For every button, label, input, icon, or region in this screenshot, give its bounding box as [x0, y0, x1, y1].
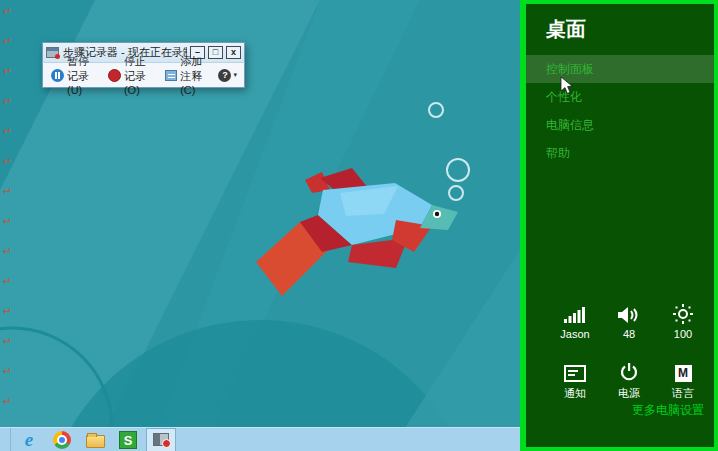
panel-items: 控制面板 个性化 电脑信息 帮助 — [526, 55, 714, 167]
power-tile[interactable]: 电源 — [602, 358, 656, 401]
taskbar-separator — [10, 428, 11, 451]
stop-record-button[interactable]: 停止记录(O) — [105, 52, 159, 98]
power-icon — [620, 358, 638, 382]
notifications-tile[interactable]: 通知 — [548, 358, 602, 401]
stop-record-label: 停止记录(O) — [124, 54, 156, 96]
chrome-icon — [53, 431, 71, 449]
taskbar-item-steps-recorder[interactable] — [146, 428, 176, 451]
taskbar-item-chrome[interactable] — [47, 428, 77, 451]
network-label: Jason — [560, 328, 589, 340]
mouse-cursor — [560, 76, 573, 95]
return-mark-icon: ↵ — [3, 64, 12, 94]
comment-icon — [165, 70, 177, 81]
network-tile[interactable]: Jason — [548, 300, 602, 340]
volume-tile[interactable]: 48 — [602, 300, 656, 340]
network-icon — [564, 300, 586, 324]
return-mark-icon: ↵ — [3, 4, 12, 34]
steps-recorder-window: 步骤记录器 - 现在正在录制 – □ x 暂停记录(U) 停止记录(O) 添加注… — [42, 42, 245, 88]
steps-recorder-taskbar-icon — [153, 433, 169, 446]
return-mark-icon: ↵ — [3, 334, 12, 364]
settings-tiles-row2: 通知 电源 M 语言 — [548, 358, 710, 401]
return-mark-icon: ↵ — [3, 394, 12, 424]
return-mark-icon: ↵ — [3, 244, 12, 274]
pause-record-label: 暂停记录(U) — [67, 54, 99, 96]
add-comment-button[interactable]: 添加注释(C) — [162, 52, 215, 98]
taskbar-item-s-app[interactable]: S — [113, 428, 143, 451]
return-mark-icon: ↵ — [3, 124, 12, 154]
taskbar-item-internet-explorer[interactable]: e — [14, 428, 44, 451]
steps-recorder-icon — [46, 47, 59, 58]
desktop-screen: ↵ ↵ ↵ ↵ ↵ ↵ ↵ ↵ ↵ ↵ ↵ ↵ ↵ ↵ ↵ 步骤记录器 - 现在… — [0, 0, 718, 451]
brightness-label: 100 — [674, 328, 692, 340]
return-mark-icon: ↵ — [3, 94, 12, 124]
volume-label: 48 — [623, 328, 635, 340]
close-button[interactable]: x — [226, 46, 241, 59]
settings-tiles-row1: Jason 48 — [548, 300, 710, 340]
file-explorer-icon — [86, 435, 105, 448]
ime-m-icon: M — [675, 365, 692, 382]
settings-panel: 桌面 控制面板 个性化 电脑信息 帮助 Jason — [520, 0, 718, 451]
help-button[interactable]: ? ▾ — [218, 69, 239, 82]
panel-item-pc-info[interactable]: 电脑信息 — [526, 111, 714, 139]
language-icon: M — [675, 358, 692, 382]
return-mark-icon: ↵ — [3, 154, 12, 184]
language-label: 语言 — [672, 386, 694, 401]
return-mark-icon: ↵ — [3, 304, 12, 334]
notifications-label: 通知 — [564, 386, 586, 401]
chevron-down-icon[interactable]: ▾ — [233, 71, 237, 79]
help-icon: ? — [218, 69, 231, 82]
volume-icon — [618, 300, 640, 324]
pause-icon — [51, 69, 64, 82]
taskbar-item-file-explorer[interactable] — [80, 428, 110, 451]
return-mark-icon: ↵ — [3, 364, 12, 394]
panel-item-control-panel[interactable]: 控制面板 — [526, 55, 714, 83]
return-mark-icon: ↵ — [3, 214, 12, 244]
panel-title: 桌面 — [546, 16, 714, 43]
return-mark-icon: ↵ — [3, 184, 12, 214]
power-label: 电源 — [618, 386, 640, 401]
language-tile[interactable]: M 语言 — [656, 358, 710, 401]
return-mark-icon: ↵ — [3, 274, 12, 304]
internet-explorer-icon: e — [25, 430, 33, 450]
return-mark-icon: ↵ — [3, 34, 12, 64]
add-comment-label: 添加注释(C) — [180, 54, 212, 96]
s-app-icon: S — [119, 431, 137, 449]
recorder-toolbar: 暂停记录(U) 停止记录(O) 添加注释(C) ? ▾ — [42, 62, 245, 88]
panel-item-help[interactable]: 帮助 — [526, 139, 714, 167]
panel-item-personalization[interactable]: 个性化 — [526, 83, 714, 111]
notifications-icon — [564, 358, 586, 382]
stop-icon — [108, 69, 121, 82]
brightness-icon — [673, 300, 693, 324]
brightness-tile[interactable]: 100 — [656, 300, 710, 340]
watermark-column: ↵ ↵ ↵ ↵ ↵ ↵ ↵ ↵ ↵ ↵ ↵ ↵ ↵ ↵ ↵ — [3, 4, 12, 451]
more-pc-settings-link[interactable]: 更多电脑设置 — [632, 402, 704, 419]
